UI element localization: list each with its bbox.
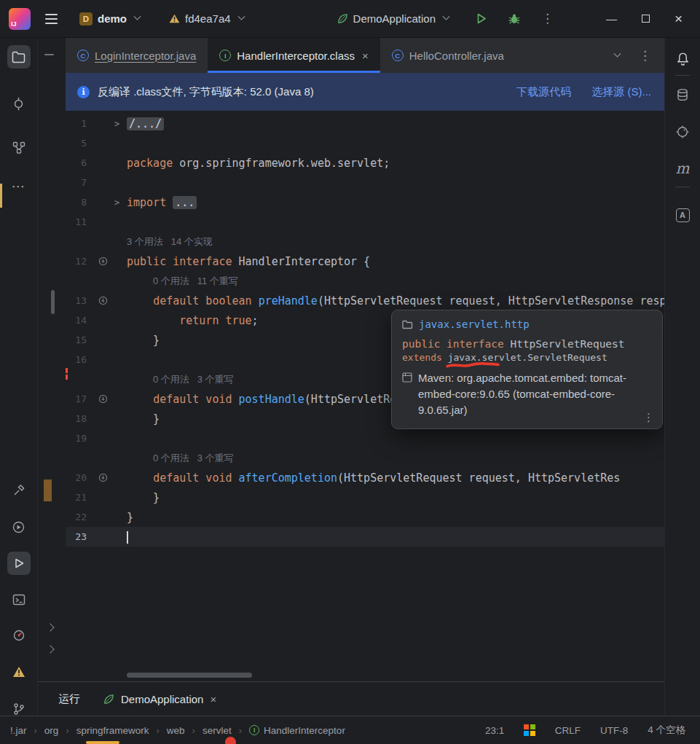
database-tool-button[interactable]: [671, 83, 694, 106]
code-text: package org.springframework.web.servlet;: [127, 157, 664, 170]
run-panel-title: 运行: [58, 692, 80, 706]
more-actions-icon[interactable]: ⋮: [541, 12, 554, 25]
tab-options-icon[interactable]: ⋮: [639, 50, 651, 62]
assistant-icon: A: [676, 208, 690, 222]
minimize-button[interactable]: —: [606, 12, 617, 25]
code-token: import: [127, 196, 173, 209]
caret-position[interactable]: 23:1: [485, 725, 504, 736]
breadcrumb-item[interactable]: springframework: [76, 725, 149, 736]
profiler-tool-button[interactable]: [7, 624, 31, 647]
ai-assistant-button[interactable]: A: [671, 203, 694, 227]
branch-widget[interactable]: fd4ea7a4: [163, 9, 250, 28]
run-configuration-widget[interactable]: DemoApplication: [331, 9, 455, 28]
breadcrumb-item[interactable]: !.jar: [10, 725, 27, 736]
indent-widget[interactable]: 4 个空格: [648, 724, 685, 737]
popup-declaration: public interface HttpServletRequest: [402, 338, 652, 350]
commit-tool-button[interactable]: [7, 92, 31, 115]
run-button[interactable]: [475, 12, 487, 25]
line-number: 20: [66, 472, 93, 483]
divider-handle[interactable]: [44, 54, 54, 55]
library-icon: [402, 372, 412, 383]
popup-menu-icon[interactable]: ⋮: [643, 411, 654, 424]
code-line: 8>import ...: [66, 192, 664, 212]
fold-arrow-icon[interactable]: >: [112, 197, 127, 208]
editor-tab[interactable]: IHandlerInterceptor.class×: [208, 38, 380, 73]
run-tool-window-header: 运行 DemoApplication ×: [38, 681, 664, 716]
main-menu-icon[interactable]: [45, 12, 58, 26]
run-tab[interactable]: DemoApplication ×: [103, 693, 216, 705]
windows-logo-icon: [524, 724, 535, 736]
close-icon[interactable]: ×: [210, 693, 216, 705]
line-number: 18: [66, 413, 93, 424]
fold-arrow-icon[interactable]: >: [112, 119, 127, 129]
breadcrumb-item[interactable]: web: [167, 725, 185, 736]
folded-region[interactable]: /.../: [127, 117, 164, 130]
inlay-hint-row: 0 个用法 11 个重写: [66, 271, 664, 291]
fold-arrow-icon[interactable]: [46, 623, 54, 631]
line-separator-widget[interactable]: CRLF: [555, 725, 581, 736]
code-token: HandlerInterceptor {: [239, 255, 371, 268]
editor[interactable]: 1>/.../56package org.springframework.web…: [66, 111, 664, 681]
maven-tool-button[interactable]: m: [671, 157, 694, 180]
breadcrumb-item[interactable]: servlet: [202, 725, 232, 736]
implemented-interface-icon[interactable]: [93, 257, 112, 266]
more-tool-windows-button[interactable]: ⋯: [7, 174, 31, 197]
close-window-button[interactable]: ×: [675, 12, 683, 26]
line-number: 15: [66, 334, 93, 345]
chevron-down-icon[interactable]: [614, 50, 621, 57]
logo-text: IJ: [11, 20, 17, 28]
warning-triangle-icon: [12, 666, 25, 678]
left-tool-rail: ⋯: [0, 38, 38, 716]
maximize-button[interactable]: [642, 15, 650, 23]
download-sources-link[interactable]: 下载源代码: [516, 85, 571, 99]
tab-label: HelloController.java: [409, 50, 504, 62]
vcs-change-marker: [66, 375, 68, 380]
code-text: import ...: [127, 196, 664, 209]
git-tool-button[interactable]: [7, 697, 31, 721]
code-line: 22}: [66, 507, 664, 527]
taskbar-red-dot: [225, 737, 236, 744]
problems-tool-button[interactable]: [7, 660, 31, 684]
overridden-method-icon[interactable]: [93, 473, 112, 482]
gradle-tool-button[interactable]: [671, 120, 694, 144]
structure-tool-button[interactable]: [7, 136, 31, 160]
breadcrumb-label: servlet: [202, 725, 232, 736]
debug-button[interactable]: [508, 12, 521, 26]
overridden-method-icon[interactable]: [93, 394, 112, 404]
gutter-marker-orange: [44, 479, 52, 501]
close-tab-icon[interactable]: ×: [362, 50, 369, 62]
line-number: 12: [66, 256, 93, 267]
editor-tab[interactable]: CLoginInterceptor.java: [66, 38, 208, 73]
project-tool-button[interactable]: [7, 45, 31, 68]
usage-hint[interactable]: 3 个用法 14 个实现: [127, 236, 213, 247]
scrollbar-thumb[interactable]: [127, 673, 252, 678]
notifications-button[interactable]: [671, 47, 694, 70]
services-tool-button[interactable]: [7, 515, 31, 539]
maven-icon: m: [676, 160, 690, 177]
breadcrumb-item[interactable]: org: [44, 725, 59, 736]
breadcrumb-item[interactable]: IHandlerInterceptor: [249, 725, 345, 736]
breadcrumb-label: org: [44, 725, 59, 736]
usage-hint[interactable]: 0 个用法 11 个重写: [127, 275, 238, 286]
editor-tab[interactable]: CHelloController.java: [380, 38, 516, 73]
horizontal-scrollbar[interactable]: [127, 673, 657, 678]
run-tool-button[interactable]: [7, 552, 31, 575]
choose-sources-link[interactable]: 选择源 (S)...: [591, 85, 651, 99]
usage-hint[interactable]: 0 个用法 3 个重写: [127, 374, 234, 385]
status-bar: !.jar›org›springframework›web›servlet›IH…: [0, 716, 700, 744]
interface-file-icon: I: [219, 50, 231, 61]
fold-arrow-icon[interactable]: [46, 645, 54, 653]
code-token: org.springframework.web.servlet;: [179, 157, 390, 170]
terminal-tool-button[interactable]: [7, 588, 31, 611]
build-tool-button[interactable]: [7, 479, 31, 502]
usage-hint[interactable]: 0 个用法 3 个重写: [127, 453, 234, 463]
code-line: 23: [66, 527, 664, 547]
encoding-widget[interactable]: UTF-8: [600, 725, 628, 736]
project-widget[interactable]: D demo: [74, 9, 146, 29]
overridden-method-icon[interactable]: [93, 296, 112, 305]
folded-region[interactable]: ...: [173, 196, 197, 209]
code-line: 19: [66, 428, 664, 448]
popup-extends: extends javax.servlet.ServletRequest: [402, 352, 652, 363]
more-horizontal-icon: ⋯: [12, 178, 26, 195]
commit-icon: [12, 97, 25, 111]
